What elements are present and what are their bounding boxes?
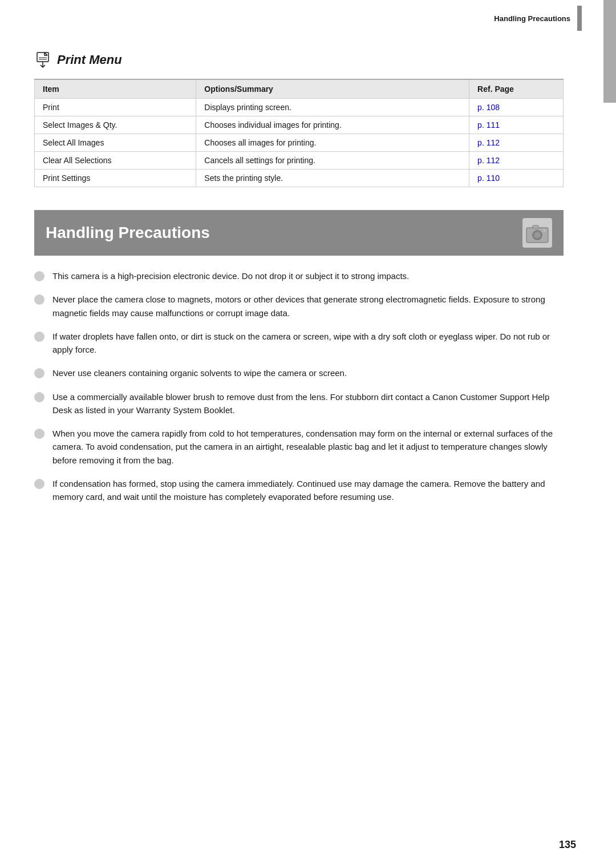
handling-header: Handling Precautions <box>34 210 564 256</box>
table-cell-item: Clear All Selections <box>35 152 196 169</box>
camera-icon-box <box>522 218 552 248</box>
col-header-item: Item <box>35 79 196 99</box>
svg-rect-8 <box>533 225 538 229</box>
bullet-dot <box>34 271 44 281</box>
right-sidebar <box>603 0 616 868</box>
page-header: Handling Precautions <box>0 0 616 34</box>
table-cell-ref: p. 112 <box>469 134 564 152</box>
print-menu-section-title: Print Menu <box>34 51 564 68</box>
print-icon <box>34 51 51 68</box>
list-item-text: If condensation has formed, stop using t… <box>52 477 564 504</box>
col-header-ref: Ref. Page <box>469 79 564 99</box>
svg-point-7 <box>534 232 540 238</box>
list-item: If water droplets have fallen onto, or d… <box>34 330 564 357</box>
table-cell-ref: p. 108 <box>469 99 564 116</box>
table-cell-item: Select All Images <box>35 134 196 152</box>
main-content: Print Menu Item Options/Summary Ref. Pag… <box>0 34 603 536</box>
table-cell-item: Print <box>35 99 196 116</box>
bullet-dot <box>34 368 44 378</box>
table-row: Select All ImagesChooses all images for … <box>35 134 564 152</box>
handling-icon-area <box>522 218 552 248</box>
print-menu-table: Item Options/Summary Ref. Page PrintDisp… <box>34 79 564 187</box>
table-cell-item: Print Settings <box>35 169 196 187</box>
table-cell-summary: Cancels all settings for printing. <box>196 152 469 169</box>
handling-precautions-title: Handling Precautions <box>46 224 210 242</box>
table-row: Print SettingsSets the printing style.p.… <box>35 169 564 187</box>
table-cell-item: Select Images & Qty. <box>35 116 196 134</box>
list-item: Use a commercially available blower brus… <box>34 390 564 417</box>
bullet-dot <box>34 479 44 489</box>
list-item: Never use cleaners containing organic so… <box>34 366 564 380</box>
list-item-text: This camera is a high-precision electron… <box>52 269 409 282</box>
table-row: Clear All SelectionsCancels all settings… <box>35 152 564 169</box>
table-cell-ref: p. 112 <box>469 152 564 169</box>
sidebar-tab <box>603 0 616 103</box>
svg-rect-9 <box>543 229 546 232</box>
list-item-text: Never use cleaners containing organic so… <box>52 366 347 380</box>
list-item-text: Never place the camera close to magnets,… <box>52 293 564 320</box>
table-cell-ref: p. 110 <box>469 169 564 187</box>
bullet-dot <box>34 294 44 305</box>
list-item-text: Use a commercially available blower brus… <box>52 390 564 417</box>
svg-rect-0 <box>37 53 48 62</box>
bullet-dot <box>34 332 44 342</box>
table-cell-summary: Displays printing screen. <box>196 99 469 116</box>
print-menu-heading: Print Menu <box>57 53 122 67</box>
list-item: This camera is a high-precision electron… <box>34 269 564 282</box>
col-header-summary: Options/Summary <box>196 79 469 99</box>
list-item-text: When you move the camera rapidly from co… <box>52 427 564 467</box>
precautions-list: This camera is a high-precision electron… <box>34 269 564 503</box>
table-row: Select Images & Qty.Chooses individual i… <box>35 116 564 134</box>
handling-precautions-section: Handling Precautions This camera is a hi… <box>34 210 564 503</box>
table-cell-summary: Chooses individual images for printing. <box>196 116 469 134</box>
page-number: 135 <box>559 839 576 851</box>
table-cell-ref: p. 111 <box>469 116 564 134</box>
table-cell-summary: Sets the printing style. <box>196 169 469 187</box>
bullet-dot <box>34 392 44 402</box>
list-item: If condensation has formed, stop using t… <box>34 477 564 504</box>
table-cell-summary: Chooses all images for printing. <box>196 134 469 152</box>
header-accent-bar <box>577 6 582 31</box>
header-section-title: Handling Precautions <box>494 14 570 23</box>
list-item: When you move the camera rapidly from co… <box>34 427 564 467</box>
list-item: Never place the camera close to magnets,… <box>34 293 564 320</box>
table-row: PrintDisplays printing screen.p. 108 <box>35 99 564 116</box>
bullet-dot <box>34 429 44 439</box>
list-item-text: If water droplets have fallen onto, or d… <box>52 330 564 357</box>
